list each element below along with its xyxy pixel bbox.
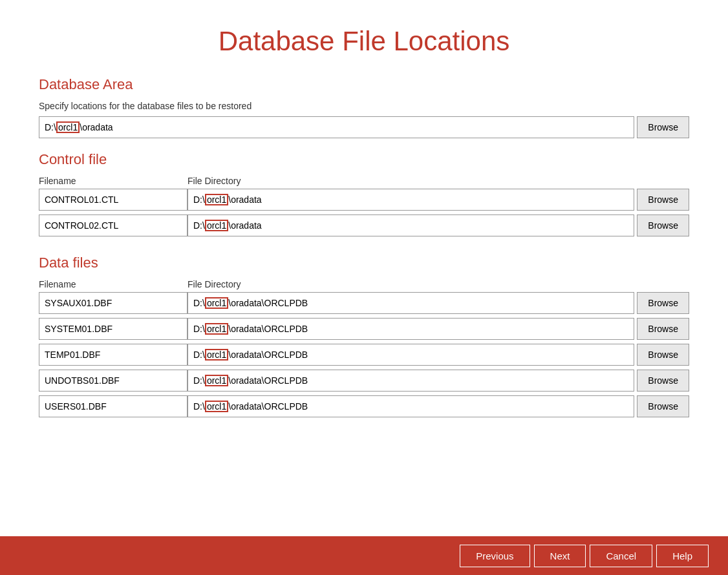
data-browse-button-4[interactable]: Browse bbox=[637, 395, 689, 417]
database-area-desc: Specify locations for the database files… bbox=[39, 101, 689, 111]
data-file-row-2: TEMP01.DBF D:\orcl1\oradata\ORCLPDB Brow… bbox=[39, 344, 689, 366]
ctrl1-suffix: \oradata bbox=[228, 220, 261, 231]
data-dir-input-1[interactable]: D:\orcl1\oradata\ORCLPDB bbox=[187, 318, 634, 340]
control-filename-1: CONTROL02.CTL bbox=[39, 214, 187, 236]
control-col-filename-header: Filename bbox=[39, 176, 187, 186]
control-file-row-0: CONTROL01.CTL D:\orcl1\oradata Browse bbox=[39, 189, 689, 211]
df4-prefix: D:\ bbox=[193, 401, 205, 412]
data-filename-1: SYSTEM01.DBF bbox=[39, 318, 187, 340]
df0-highlight: orcl1 bbox=[205, 297, 228, 309]
control-dir-wrapper-0: D:\orcl1\oradata Browse bbox=[187, 189, 689, 211]
data-dir-wrapper-3: D:\orcl1\oradata\ORCLPDB Browse bbox=[187, 370, 689, 392]
data-dir-input-4[interactable]: D:\orcl1\oradata\ORCLPDB bbox=[187, 395, 634, 417]
database-area-path-text: D:\orcl1\oradata bbox=[45, 121, 113, 133]
db-path-highlight: orcl1 bbox=[56, 121, 80, 133]
page-title: Database File Locations bbox=[39, 26, 689, 57]
control-file-header: Filename File Directory bbox=[39, 176, 689, 186]
data-browse-button-0[interactable]: Browse bbox=[637, 292, 689, 314]
data-dir-wrapper-0: D:\orcl1\oradata\ORCLPDB Browse bbox=[187, 292, 689, 314]
data-browse-button-3[interactable]: Browse bbox=[637, 370, 689, 392]
df0-suffix: \oradata\ORCLPDB bbox=[228, 298, 308, 308]
control-browse-button-0[interactable]: Browse bbox=[637, 189, 689, 211]
data-files-section: Data files Filename File Directory SYSAU… bbox=[39, 255, 689, 417]
data-file-row-1: SYSTEM01.DBF D:\orcl1\oradata\ORCLPDB Br… bbox=[39, 318, 689, 340]
df1-prefix: D:\ bbox=[193, 324, 205, 334]
control-col-filedir-header: File Directory bbox=[187, 176, 689, 186]
data-filename-0: SYSAUX01.DBF bbox=[39, 292, 187, 314]
database-area-input-row: D:\orcl1\oradata Browse bbox=[39, 116, 689, 138]
data-browse-button-1[interactable]: Browse bbox=[637, 318, 689, 340]
df0-prefix: D:\ bbox=[193, 298, 205, 308]
ctrl0-prefix: D:\ bbox=[193, 194, 205, 205]
previous-button[interactable]: Previous bbox=[460, 545, 530, 567]
df2-prefix: D:\ bbox=[193, 350, 205, 360]
control-filename-0: CONTROL01.CTL bbox=[39, 189, 187, 211]
data-file-row-4: USERS01.DBF D:\orcl1\oradata\ORCLPDB Bro… bbox=[39, 395, 689, 417]
control-file-row-1: CONTROL02.CTL D:\orcl1\oradata Browse bbox=[39, 214, 689, 236]
df3-highlight: orcl1 bbox=[205, 375, 228, 386]
data-dir-input-2[interactable]: D:\orcl1\oradata\ORCLPDB bbox=[187, 344, 634, 366]
data-dir-input-0[interactable]: D:\orcl1\oradata\ORCLPDB bbox=[187, 292, 634, 314]
df3-prefix: D:\ bbox=[193, 375, 205, 386]
df2-suffix: \oradata\ORCLPDB bbox=[228, 350, 308, 360]
database-area-title: Database Area bbox=[39, 76, 689, 93]
database-area-browse-button[interactable]: Browse bbox=[637, 116, 689, 138]
control-file-section: Control file Filename File Directory CON… bbox=[39, 151, 689, 236]
data-filename-4: USERS01.DBF bbox=[39, 395, 187, 417]
data-file-row-3: UNDOTBS01.DBF D:\orcl1\oradata\ORCLPDB B… bbox=[39, 370, 689, 392]
ctrl1-prefix: D:\ bbox=[193, 220, 205, 231]
df1-suffix: \oradata\ORCLPDB bbox=[228, 324, 308, 334]
scroll-area[interactable]: Database File Locations Database Area Sp… bbox=[0, 0, 728, 536]
df2-highlight: orcl1 bbox=[205, 349, 228, 361]
data-col-filename-header: Filename bbox=[39, 279, 187, 289]
db-path-prefix: D:\ bbox=[45, 122, 56, 132]
df4-suffix: \oradata\ORCLPDB bbox=[228, 401, 308, 412]
ctrl1-highlight: orcl1 bbox=[205, 220, 228, 231]
control-file-title: Control file bbox=[39, 151, 689, 168]
data-dir-wrapper-1: D:\orcl1\oradata\ORCLPDB Browse bbox=[187, 318, 689, 340]
database-area-path-display[interactable]: D:\orcl1\oradata bbox=[39, 116, 634, 138]
data-filename-3: UNDOTBS01.DBF bbox=[39, 370, 187, 392]
data-file-row-0: SYSAUX01.DBF D:\orcl1\oradata\ORCLPDB Br… bbox=[39, 292, 689, 314]
data-col-filedir-header: File Directory bbox=[187, 279, 689, 289]
control-browse-button-1[interactable]: Browse bbox=[637, 214, 689, 236]
df1-highlight: orcl1 bbox=[205, 323, 228, 335]
data-filename-2: TEMP01.DBF bbox=[39, 344, 187, 366]
control-dir-wrapper-1: D:\orcl1\oradata Browse bbox=[187, 214, 689, 236]
df4-highlight: orcl1 bbox=[205, 401, 228, 412]
df3-suffix: \oradata\ORCLPDB bbox=[228, 375, 308, 386]
cancel-button[interactable]: Cancel bbox=[590, 545, 652, 567]
data-dir-wrapper-4: D:\orcl1\oradata\ORCLPDB Browse bbox=[187, 395, 689, 417]
data-files-header: Filename File Directory bbox=[39, 279, 689, 289]
help-button[interactable]: Help bbox=[656, 545, 709, 567]
next-button[interactable]: Next bbox=[534, 545, 586, 567]
data-dir-input-3[interactable]: D:\orcl1\oradata\ORCLPDB bbox=[187, 370, 634, 392]
data-files-title: Data files bbox=[39, 255, 689, 271]
control-dir-input-0[interactable]: D:\orcl1\oradata bbox=[187, 189, 634, 211]
database-area-section: Database Area Specify locations for the … bbox=[39, 76, 689, 138]
footer: Previous Next Cancel Help bbox=[0, 536, 728, 575]
ctrl0-highlight: orcl1 bbox=[205, 194, 228, 205]
data-browse-button-2[interactable]: Browse bbox=[637, 344, 689, 366]
db-path-suffix: \oradata bbox=[80, 122, 112, 132]
control-dir-input-1[interactable]: D:\orcl1\oradata bbox=[187, 214, 634, 236]
data-dir-wrapper-2: D:\orcl1\oradata\ORCLPDB Browse bbox=[187, 344, 689, 366]
ctrl0-suffix: \oradata bbox=[228, 194, 261, 205]
main-content: Database File Locations Database Area Sp… bbox=[0, 0, 728, 536]
